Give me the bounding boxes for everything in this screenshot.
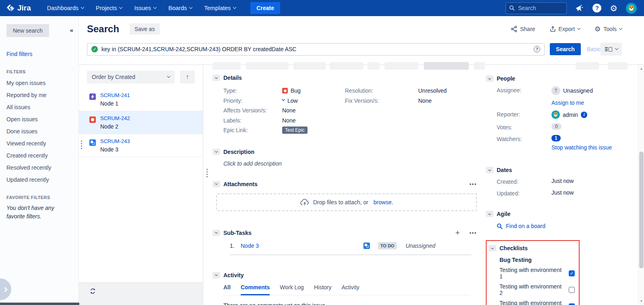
share-button[interactable]: Share — [511, 26, 535, 32]
add-subtask-icon[interactable]: + — [455, 228, 460, 237]
issue-key: SCRUM-243 — [100, 138, 130, 144]
checkbox[interactable] — [569, 270, 575, 276]
tab-history[interactable]: History — [314, 284, 332, 295]
attachments-dropzone[interactable]: Drop files to attach, or browse. — [216, 193, 477, 211]
global-search-box[interactable] — [506, 2, 567, 14]
refresh-icon[interactable] — [89, 288, 203, 295]
chevron-down-icon — [167, 75, 170, 78]
section-title: Checklists — [500, 245, 528, 251]
jql-query-box[interactable]: ✓ ? — [87, 43, 545, 56]
sidebar-item-open-issues[interactable]: Open issues — [6, 116, 73, 122]
info-icon[interactable]: i — [581, 112, 587, 118]
nav-projects[interactable]: Projects — [96, 5, 122, 11]
collapse-section-icon[interactable] — [486, 75, 493, 82]
collapse-section-icon[interactable] — [486, 167, 493, 173]
tab-activity[interactable]: Activity — [341, 284, 359, 295]
chevron-down-icon — [189, 6, 192, 9]
collapse-section-icon[interactable] — [486, 211, 493, 217]
gear-icon: ⚙ — [594, 26, 601, 33]
issue-list-item-scrum-241[interactable]: SCRUM-241 Node 1 — [79, 88, 203, 111]
nav-dashboards[interactable]: Dashboards — [47, 5, 84, 11]
issue-list-item-scrum-242[interactable]: SCRUM-242 Node 2 — [79, 111, 203, 134]
search-button[interactable]: Search — [550, 43, 581, 55]
search-icon — [509, 5, 515, 11]
sidebar-item-resolved-recently[interactable]: Resolved recently — [6, 164, 73, 171]
nav-templates[interactable]: Templates — [204, 5, 236, 11]
type-value: Bug — [291, 87, 301, 94]
basic-mode-link[interactable]: Basic — [587, 46, 601, 52]
subtask-title-link[interactable]: Node 3 — [241, 243, 363, 249]
chevron-down-icon — [81, 6, 84, 9]
votes-badge[interactable]: 0 — [551, 123, 561, 130]
people-section-header: People — [486, 75, 627, 82]
checkbox[interactable] — [569, 303, 575, 305]
sidebar-item-created-recently[interactable]: Created recently — [6, 152, 73, 159]
epic-link-badge[interactable]: Test Epic — [282, 127, 308, 134]
stop-watching-link[interactable]: Stop watching this issue — [551, 144, 612, 151]
collapse-section-icon[interactable] — [213, 149, 220, 155]
global-search-input[interactable] — [518, 5, 558, 11]
sidebar-item-done-issues[interactable]: Done issues — [6, 128, 73, 135]
field-label: Type: — [223, 87, 282, 94]
create-button[interactable]: Create — [250, 2, 280, 14]
sidebar-item-updated-recently[interactable]: Updated recently — [6, 176, 73, 183]
scroll-up-icon[interactable]: ▲ — [638, 66, 644, 72]
watchers-badge[interactable]: 1 — [551, 135, 561, 141]
browse-link[interactable]: browse. — [374, 199, 393, 205]
subtask-row[interactable]: 1. Node 3 TO DO Unassigned — [230, 237, 471, 255]
issue-summary: Node 2 — [100, 123, 130, 130]
checkbox[interactable] — [569, 287, 575, 293]
jira-logo-icon — [6, 4, 14, 12]
section-title: Agile — [497, 211, 510, 217]
activity-section-header: Activity — [213, 272, 477, 278]
collapse-section-icon[interactable] — [213, 230, 220, 236]
list-detail-view-icon — [605, 47, 612, 52]
sidebar-item-all-issues[interactable]: All issues — [6, 104, 73, 110]
jira-logo[interactable]: Jira — [6, 4, 31, 12]
section-title: Description — [223, 149, 254, 155]
find-filters-link[interactable]: Find filters — [6, 51, 73, 57]
collapse-section-icon[interactable] — [213, 181, 220, 187]
issue-list-item-scrum-243[interactable]: SCRUM-243 Node 3 — [79, 134, 203, 157]
layout-switcher-button[interactable] — [601, 43, 622, 56]
tools-button[interactable]: ⚙ Tools — [594, 26, 622, 33]
sidebar-item-my-open-issues[interactable]: My open issues — [6, 80, 73, 86]
panel-resize-handle[interactable] — [81, 141, 82, 149]
nav-issues[interactable]: Issues — [134, 5, 156, 11]
vertical-scrollbar[interactable]: ▲ ▼ — [638, 65, 644, 305]
jql-query-input[interactable] — [101, 46, 530, 52]
scrollbar-thumb[interactable] — [639, 151, 644, 268]
panel-expand-handle[interactable] — [0, 278, 11, 300]
nav-boards[interactable]: Boards — [168, 5, 192, 11]
announcement-icon[interactable] — [575, 4, 584, 12]
assign-to-me-link[interactable]: Assign to me — [551, 100, 584, 106]
collapse-section-icon[interactable] — [489, 245, 496, 251]
gear-icon[interactable]: ⚙ — [610, 4, 617, 12]
tab-comments[interactable]: Comments — [241, 284, 270, 295]
subtasks-more-icon[interactable]: ••• — [469, 230, 477, 236]
syntax-help-icon[interactable]: ? — [534, 46, 540, 52]
sidebar-item-reported-by-me[interactable]: Reported by me — [6, 92, 73, 98]
order-by-select[interactable]: Order by Created — [87, 71, 175, 83]
sort-direction-button[interactable]: ↑ — [180, 71, 195, 83]
tab-all[interactable]: All — [223, 284, 231, 295]
help-icon[interactable]: ? — [592, 4, 601, 12]
collapse-section-icon[interactable] — [213, 272, 220, 278]
scroll-down-icon[interactable]: ▼ — [638, 298, 644, 304]
tab-work-log[interactable]: Work Log — [280, 284, 304, 295]
field-label: Votes: — [497, 123, 551, 131]
description-placeholder[interactable]: Click to add description — [213, 160, 477, 167]
new-search-button[interactable]: New search — [6, 24, 49, 37]
subtask-index: 1. — [230, 243, 241, 249]
labels-value: None — [282, 117, 295, 124]
toolbar-stub — [384, 62, 418, 70]
export-button[interactable]: Export — [550, 26, 580, 32]
sidebar-item-viewed-recently[interactable]: Viewed recently — [6, 140, 73, 147]
save-as-button[interactable]: Save as — [130, 23, 160, 35]
avatar[interactable] — [626, 3, 637, 14]
collapse-section-icon[interactable] — [213, 75, 220, 81]
find-on-board-link[interactable]: Find on a board — [497, 223, 627, 229]
attachments-more-icon[interactable]: ••• — [469, 181, 477, 187]
panel-resize-handle[interactable] — [206, 169, 208, 177]
collapse-sidebar-icon[interactable]: « — [70, 27, 73, 33]
